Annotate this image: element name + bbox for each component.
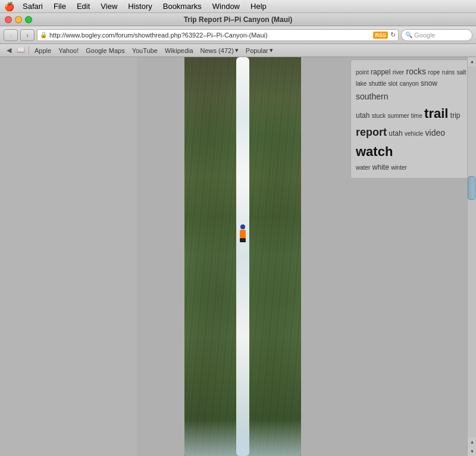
apple-menu[interactable]: 🍎 [5,2,13,11]
search-placeholder: Google [414,32,435,39]
tag-white[interactable]: white [372,163,389,171]
apple-icon: 🍎 [4,2,14,11]
address-bar[interactable]: 🔒 http://www.bogley.com/forum/showthread… [37,29,399,41]
tag-rocks[interactable]: rocks [406,67,426,76]
bm-popular-label: Popular [246,47,268,54]
bm-wikipedia[interactable]: Wikipedia [162,46,196,55]
back-icon: ‹ [10,32,12,39]
tag-point[interactable]: point [356,69,369,76]
tag-trail[interactable]: trail [424,106,448,121]
rappel-person [237,224,249,242]
forward-button[interactable]: › [20,29,35,41]
tag-report[interactable]: report [356,126,387,138]
tag-time[interactable]: time [411,113,422,119]
tag-video[interactable]: video [425,128,445,138]
bm-apple[interactable]: Apple [32,46,54,55]
waterfall-stream [236,57,249,456]
toolbar: ‹ › 🔒 http://www.bogley.com/forum/showth… [0,26,476,44]
sidebar-right: point rappel river rocks rope ruins salt… [348,57,476,456]
lock-icon: 🔒 [40,32,47,38]
menu-bookmarks[interactable]: Bookmarks [162,2,203,11]
bookmarks-bar: ◀ 📖 Apple Yahoo! Google Maps YouTube Wik… [0,44,476,57]
address-text: http://www.bogley.com/forum/showthread.p… [49,32,371,39]
scrollbar[interactable]: ▲ ▲ ▼ [467,57,476,456]
tag-rope[interactable]: rope [428,69,440,76]
bm-popular[interactable]: Popular ▾ [243,45,276,55]
person-body [240,230,246,238]
scroll-up-arrow[interactable]: ▲ [468,57,476,66]
rss-badge[interactable]: RSS [373,32,388,39]
tag-utah2[interactable]: utah [389,129,402,138]
scroll-down-arrow[interactable]: ▲ [468,438,476,446]
menu-window[interactable]: Window [211,2,241,11]
menubar: 🍎 Safari File Edit View History Bookmark… [0,0,476,13]
maximize-button[interactable] [25,16,32,23]
person-legs [240,238,246,243]
tag-watch[interactable]: watch [356,144,393,159]
tag-winter[interactable]: winter [391,164,407,171]
menu-help[interactable]: Help [249,2,268,11]
close-button[interactable] [5,16,12,23]
tag-cloud-box: point rappel river rocks rope ruins salt… [350,60,474,179]
titlebar: Trip Report Pi–Pi Canyon (Maui) [0,13,476,26]
bm-youtube[interactable]: YouTube [129,46,161,55]
tag-lake[interactable]: lake [356,80,367,87]
tag-ruins[interactable]: ruins [442,69,455,76]
menu-file[interactable]: File [52,2,67,11]
menu-view[interactable]: View [99,2,118,11]
window-title: Trip Report Pi–Pi Canyon (Maui) [184,15,293,24]
bm-yahoo[interactable]: Yahoo! [55,46,82,55]
menu-history[interactable]: History [127,2,153,11]
tag-cloud: point rappel river rocks rope ruins salt… [356,65,468,173]
tag-summer[interactable]: summer [387,113,409,119]
bookmarks-icon[interactable]: 📖 [15,45,26,56]
menu-safari[interactable]: Safari [21,2,44,11]
window-controls [5,16,32,23]
tag-stuck[interactable]: stuck [372,113,386,119]
search-icon: 🔍 [405,32,412,38]
scrollbar-thumb[interactable] [468,176,475,200]
tag-water[interactable]: water [356,164,370,171]
tag-trip[interactable]: trip [450,111,461,120]
forward-icon: › [26,32,29,39]
tag-salt[interactable]: salt [457,69,466,76]
bm-google-maps[interactable]: Google Maps [83,46,127,55]
bm-news[interactable]: News (472) ▾ [198,45,242,55]
waterfall-photo [184,57,301,456]
sidebar-left [0,57,137,456]
back-icon-bm[interactable]: ◀ [4,45,14,56]
waterfall-image [184,57,301,456]
tag-river[interactable]: river [393,69,404,76]
tag-shuttle[interactable]: shuttle [369,80,386,87]
person-head [240,224,245,229]
tag-vehicle[interactable]: vehicle [405,130,423,137]
tag-utah[interactable]: utah [356,111,369,120]
back-button[interactable]: ‹ [4,29,18,41]
minimize-button[interactable] [15,16,22,23]
main-content [137,57,348,456]
scroll-down-arrow2[interactable]: ▼ [468,447,476,456]
tag-snow[interactable]: snow [421,79,437,88]
content-area: point rappel river rocks rope ruins salt… [0,57,476,456]
tag-slot[interactable]: slot [389,80,398,87]
separator [29,46,29,55]
tag-rappel[interactable]: rappel [371,68,390,76]
chevron-down-icon-popular: ▾ [270,46,273,54]
search-bar[interactable]: 🔍 Google [401,29,472,41]
refresh-button[interactable]: ↻ [390,31,396,39]
tag-canyon[interactable]: canyon [399,80,418,87]
chevron-down-icon: ▾ [235,46,239,54]
bm-news-label: News (472) [201,47,234,54]
menu-edit[interactable]: Edit [76,2,91,11]
tag-southern[interactable]: southern [356,92,388,101]
